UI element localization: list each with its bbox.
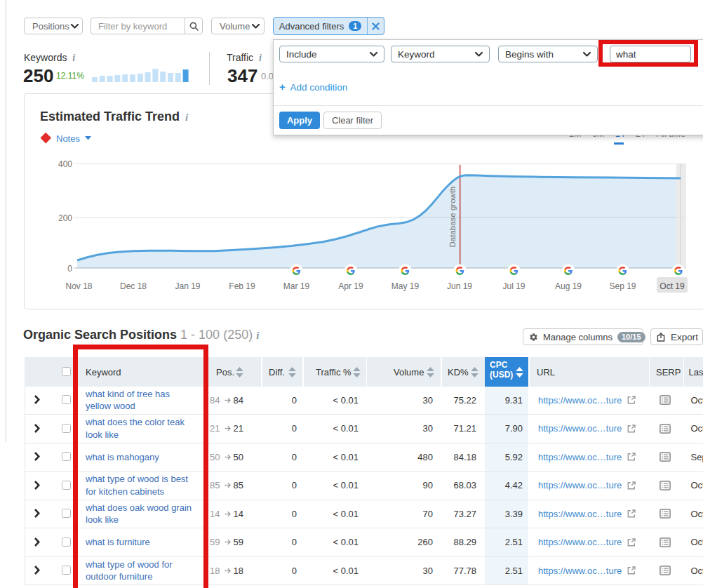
- svg-text:Sep 19: Sep 19: [609, 281, 636, 291]
- svg-text:Mar 19: Mar 19: [283, 281, 310, 291]
- svg-text:Feb 19: Feb 19: [229, 281, 255, 291]
- svg-text:200: 200: [58, 213, 72, 223]
- svg-text:Jun 19: Jun 19: [447, 281, 472, 291]
- svg-text:May 19: May 19: [391, 281, 420, 291]
- svg-text:Apr 19: Apr 19: [338, 281, 363, 291]
- svg-text:400: 400: [58, 159, 72, 169]
- svg-text:Aug 19: Aug 19: [555, 281, 582, 291]
- svg-text:Database growth: Database growth: [448, 187, 457, 248]
- svg-text:Oct 19: Oct 19: [660, 281, 685, 291]
- svg-text:0: 0: [67, 264, 72, 274]
- svg-text:Jul 19: Jul 19: [502, 281, 525, 291]
- svg-text:Dec 18: Dec 18: [120, 281, 147, 291]
- svg-text:Nov 18: Nov 18: [65, 281, 92, 291]
- svg-text:Jan 19: Jan 19: [175, 281, 200, 291]
